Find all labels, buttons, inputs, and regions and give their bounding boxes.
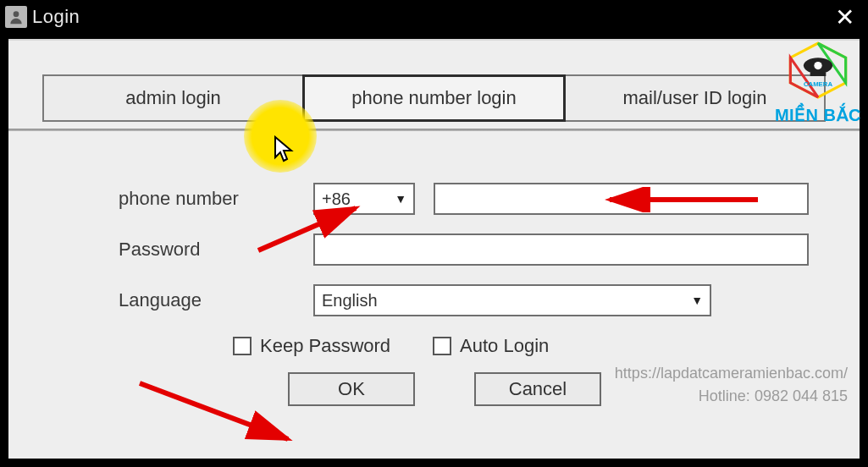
checkbox-box [433,337,451,355]
auto-login-checkbox[interactable]: Auto Login [433,335,549,357]
svg-point-5 [814,62,821,69]
watermark-url: https://lapdatcameramienbac.com/ [615,362,848,385]
mouse-cursor-icon [273,135,298,164]
titlebar: Login ✕ [0,0,868,34]
cancel-button[interactable]: Cancel [474,372,601,406]
annotation-arrow [601,187,762,212]
client-area: admin login phone number login mail/user… [8,39,860,459]
brand-name: MIỀN BẮC [775,105,861,125]
svg-point-0 [14,11,19,17]
app-icon [5,6,27,28]
language-value: English [322,291,378,310]
svg-rect-6 [810,72,827,76]
language-label: Language [119,289,313,311]
tab-phone-login[interactable]: phone number login [302,74,566,122]
close-icon[interactable]: ✕ [830,3,860,31]
annotation-arrow [135,373,313,449]
language-select[interactable]: English ▼ [313,284,711,316]
chevron-down-icon: ▼ [691,294,703,307]
window-title: Login [32,6,80,28]
login-tabs: admin login phone number login mail/user… [42,74,826,122]
checkbox-box [233,337,252,355]
tabs-underline [8,129,860,131]
watermark-hotline: Hotline: 0982 044 815 [615,385,848,408]
keep-password-label: Keep Password [260,335,390,357]
annotation-arrow [254,200,390,259]
svg-text:CAMERA: CAMERA [804,80,832,88]
watermark: https://lapdatcameramienbac.com/ Hotline… [615,362,848,408]
brand-logo: CAMERA MIỀN BẮC [775,41,861,125]
chevron-down-icon: ▼ [395,192,406,206]
keep-password-checkbox[interactable]: Keep Password [233,335,390,357]
tab-admin-login[interactable]: admin login [42,74,304,122]
login-window: Login ✕ admin login phone number login m… [0,0,868,467]
auto-login-label: Auto Login [460,335,549,357]
camera-hex-icon: CAMERA [784,41,852,100]
